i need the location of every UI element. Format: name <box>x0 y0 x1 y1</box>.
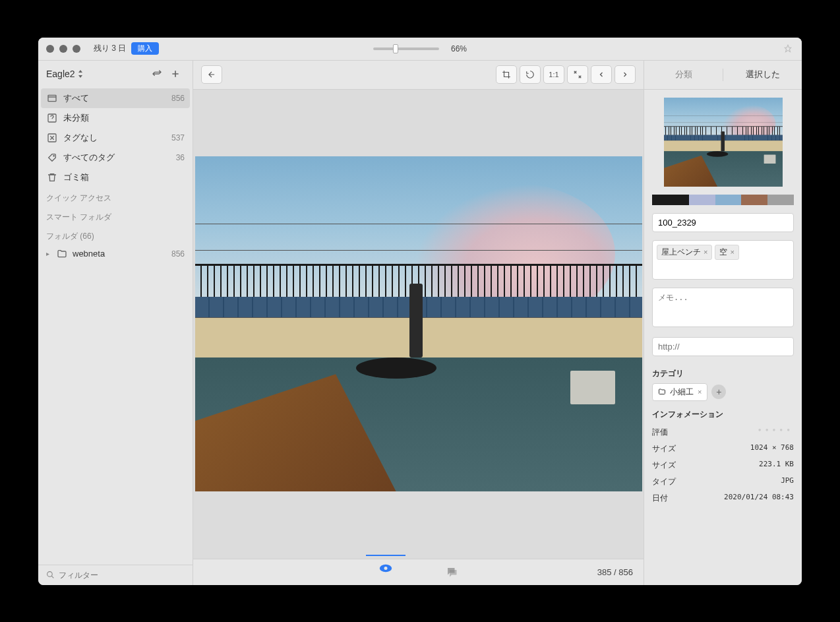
library-name: Eagle2 <box>46 69 75 79</box>
category-row: 小細工 × + <box>652 383 794 401</box>
tag-remove-icon[interactable]: × <box>704 248 707 256</box>
center-panel: 1:1 <box>193 61 644 585</box>
add-category-button[interactable]: + <box>711 385 726 399</box>
tag-remove-icon[interactable]: × <box>730 248 734 256</box>
minimize-icon[interactable] <box>59 45 67 53</box>
close-icon[interactable] <box>46 45 54 53</box>
section-quick-access: クイック アクセス <box>38 187 193 206</box>
zoom-percent: 66% <box>451 44 467 53</box>
bottom-bar: 385 / 856 <box>193 559 644 585</box>
section-folder: フォルダ (66) <box>38 226 193 245</box>
app-body: Eagle2 すべて 856 <box>38 60 802 585</box>
tab-classify[interactable]: 分類 <box>644 61 723 89</box>
zoom-control: 66% <box>373 44 467 53</box>
swatch[interactable] <box>652 195 689 205</box>
tag-icon <box>46 152 58 164</box>
view-tab-comment[interactable] <box>432 562 471 582</box>
sidebar-item-all[interactable]: すべて 856 <box>41 88 190 108</box>
sidebar-item-uncategorized[interactable]: 未分類 <box>38 108 193 128</box>
swatch[interactable] <box>689 195 715 205</box>
tag-chip[interactable]: 空× <box>715 245 738 260</box>
tool-group: 1:1 <box>496 65 636 84</box>
inspector-tabs: 分類 選択した <box>644 61 802 90</box>
category-remove-icon[interactable]: × <box>698 388 702 396</box>
crop-button[interactable] <box>496 65 517 84</box>
item-count: 856 <box>171 94 185 103</box>
search-icon <box>46 571 55 579</box>
color-swatches <box>652 195 794 205</box>
triangle-right-icon[interactable]: ▸ <box>46 250 53 257</box>
pin-icon[interactable] <box>783 44 793 53</box>
folder-icon <box>57 249 69 259</box>
back-button[interactable] <box>201 65 222 84</box>
maximize-icon[interactable] <box>73 45 80 53</box>
sidebar-item-trash[interactable]: ゴミ箱 <box>38 168 193 187</box>
next-button[interactable] <box>615 65 636 84</box>
info-rating: 評価●●●●● <box>652 424 794 441</box>
item-count: 537 <box>171 133 185 142</box>
sidebar-list: すべて 856 未分類 タグなし 537 すべてのタグ 36 <box>38 87 193 565</box>
trial-text: 残り 3 日 <box>94 43 126 54</box>
inspector: 分類 選択した 屋上ベンチ× 空× カテゴリ <box>644 61 802 585</box>
prev-button[interactable] <box>591 65 612 84</box>
sidebar-item-label: タグなし <box>63 132 98 144</box>
sidebar-item-label: すべて <box>63 92 89 104</box>
sidebar-footer <box>38 565 193 585</box>
info-label: インフォメーション <box>652 409 794 420</box>
tag-box[interactable]: 屋上ベンチ× 空× <box>652 240 794 280</box>
photo <box>195 156 642 491</box>
item-count: 36 <box>176 153 185 162</box>
titlebar: 残り 3 日 購入 66% <box>38 38 802 60</box>
slider-thumb[interactable] <box>393 44 398 53</box>
sidebar: Eagle2 すべて 856 <box>38 61 193 585</box>
trash-icon <box>46 171 58 183</box>
tab-selected[interactable]: 選択した <box>723 61 802 89</box>
chevron-updown-icon <box>78 70 83 78</box>
library-selector[interactable]: Eagle2 <box>38 61 193 87</box>
image-counter: 385 / 856 <box>597 567 633 577</box>
add-button[interactable] <box>166 67 185 80</box>
info-date: 日付2020/01/24 08:43 <box>652 490 794 507</box>
tag-chip[interactable]: 屋上ベンチ× <box>657 245 712 260</box>
swatch[interactable] <box>741 195 767 205</box>
url-input[interactable] <box>652 337 794 356</box>
sidebar-item-untagged[interactable]: タグなし 537 <box>38 128 193 148</box>
rating-dots[interactable]: ●●●●● <box>758 427 794 438</box>
info-filesize: サイズ223.1 KB <box>652 457 794 474</box>
buy-button[interactable]: 購入 <box>131 42 159 55</box>
image-viewer[interactable] <box>193 90 644 559</box>
view-mode-tabs <box>366 562 471 582</box>
svg-rect-0 <box>48 95 56 101</box>
info-dimensions: サイズ1024 × 768 <box>652 441 794 457</box>
filter-input[interactable] <box>59 571 185 580</box>
category-label: カテゴリ <box>652 368 794 379</box>
rotate-button[interactable] <box>520 65 541 84</box>
traffic-lights <box>46 45 80 53</box>
fit-button[interactable] <box>567 65 588 84</box>
view-tab-eye[interactable] <box>366 555 405 575</box>
thumbnail[interactable] <box>664 98 783 187</box>
untag-icon <box>46 132 58 144</box>
swatch[interactable] <box>715 195 742 205</box>
actual-size-button[interactable]: 1:1 <box>543 65 564 84</box>
transfer-icon[interactable] <box>148 67 166 80</box>
zoom-slider[interactable] <box>373 47 439 50</box>
folder-count: 856 <box>171 249 185 259</box>
info-type: タイプJPG <box>652 474 794 490</box>
sidebar-item-label: ゴミ箱 <box>63 171 89 183</box>
folder-icon <box>658 388 666 396</box>
svg-point-4 <box>47 572 53 577</box>
svg-point-3 <box>53 155 54 156</box>
sidebar-item-label: すべてのタグ <box>63 152 115 164</box>
category-chip[interactable]: 小細工 × <box>652 383 707 401</box>
folder-name: webneta <box>73 249 105 259</box>
swatch[interactable] <box>767 195 794 205</box>
viewer-toolbar: 1:1 <box>193 61 644 90</box>
sidebar-item-label: 未分類 <box>63 112 89 124</box>
filename-input[interactable] <box>652 213 794 232</box>
folder-item[interactable]: ▸ webneta 856 <box>38 245 193 263</box>
all-icon <box>46 92 58 104</box>
memo-input[interactable] <box>652 288 794 327</box>
inspector-body: 屋上ベンチ× 空× カテゴリ 小細工 × + インフォメーション 評価●●●●●… <box>644 90 802 585</box>
sidebar-item-alltags[interactable]: すべてのタグ 36 <box>38 148 193 168</box>
